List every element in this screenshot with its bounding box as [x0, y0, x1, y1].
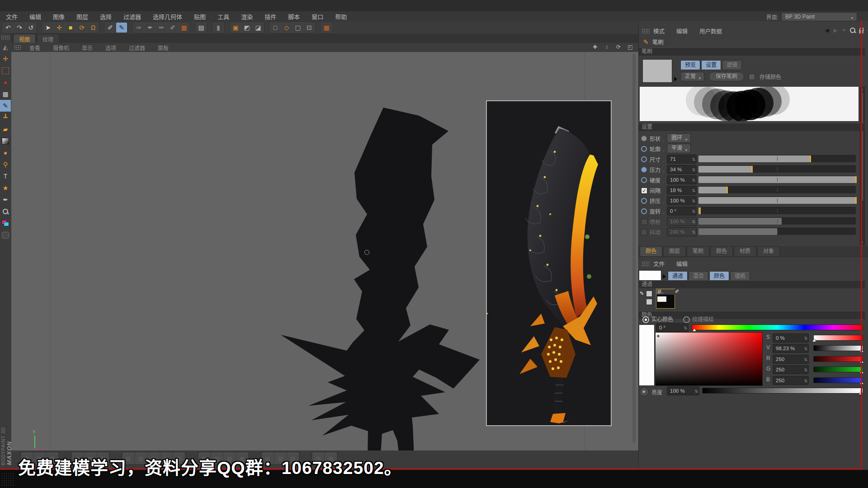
viewport-tab-纹理[interactable]: 纹理: [37, 34, 59, 43]
reference-image-window[interactable]: [486, 100, 612, 426]
preview-tab-设置[interactable]: 设置: [701, 60, 721, 70]
color-slider-V[interactable]: [813, 345, 863, 351]
spinner-icon[interactable]: ⇅: [804, 334, 807, 343]
param-尺寸-value[interactable]: 71⇅: [667, 155, 697, 164]
color-slider-R-value[interactable]: 250⇅: [773, 355, 809, 364]
attribute-menu-grip[interactable]: [642, 28, 650, 34]
spinner-icon[interactable]: ⇅: [692, 218, 695, 226]
color-slider-B-value[interactable]: 250⇅: [773, 376, 809, 385]
fg-bg-colors-icon[interactable]: [0, 217, 11, 229]
palette-grip[interactable]: [1, 35, 10, 40]
color-slider-S[interactable]: [813, 335, 863, 341]
raybrush-icon[interactable]: ▦: [179, 23, 189, 33]
history-forward-icon[interactable]: ▶: [832, 27, 839, 34]
param-间隔-checkbox[interactable]: ✓: [641, 188, 647, 194]
viewport-menu-2[interactable]: 显示: [75, 44, 99, 52]
dock-tab-对象-5[interactable]: 对象: [757, 246, 780, 256]
menu-9[interactable]: 渲染: [235, 12, 259, 21]
attr-menu-2[interactable]: 用户数据: [699, 27, 734, 35]
brightness-value-box[interactable]: 100 %⇅: [667, 386, 699, 395]
layer-button-icon[interactable]: [0, 229, 11, 241]
spinner-icon[interactable]: ⇅: [804, 345, 807, 353]
color-mode-tab-通道[interactable]: 通道: [668, 271, 688, 281]
viewport-menu-0[interactable]: 查看: [23, 44, 47, 52]
gradient-tool-icon[interactable]: [0, 135, 11, 147]
dock-tab-材质-4[interactable]: 材质: [734, 246, 756, 256]
menu-1[interactable]: 编辑: [24, 12, 47, 21]
projection-paint-icon[interactable]: ✑: [133, 23, 144, 33]
slider-thumb[interactable]: [810, 155, 811, 162]
brightness-flyout-button[interactable]: ▶: [640, 387, 649, 396]
select-arrow-icon[interactable]: ➤: [42, 23, 53, 33]
store-color-checkbox[interactable]: [749, 74, 755, 80]
viewport-menu-1[interactable]: 摄像机: [47, 44, 75, 52]
attr-menu-1[interactable]: 编辑: [676, 27, 699, 35]
menu-0[interactable]: 文件: [0, 12, 24, 21]
search-icon[interactable]: [849, 27, 856, 34]
param-喷枪-checkbox[interactable]: [641, 219, 647, 225]
param-尺寸-enable-icon[interactable]: [641, 156, 647, 162]
brush-object-row[interactable]: ✎ 笔刷: [643, 38, 664, 46]
paint-brush-icon[interactable]: ✎: [116, 23, 127, 33]
move-tool-icon[interactable]: ✛: [0, 53, 11, 65]
hue-slider[interactable]: [691, 324, 863, 330]
preview-tab-预览[interactable]: 预览: [680, 60, 700, 70]
spinner-icon[interactable]: ⇅: [692, 228, 695, 236]
viewport-menu-5[interactable]: 面板: [151, 44, 175, 52]
param-抖动-value[interactable]: 240 %⇅: [667, 227, 697, 236]
cube-outline-icon[interactable]: ▢: [292, 23, 303, 33]
viewport-canvas[interactable]: Y Z X: [11, 52, 638, 450]
redo-icon[interactable]: ↷: [14, 23, 25, 33]
cube-vertex-icon[interactable]: ⊡: [304, 23, 315, 33]
sv-gradient-box[interactable]: +: [655, 332, 763, 386]
menu-10[interactable]: 插件: [259, 12, 282, 21]
param-间隔-value[interactable]: 18 %⇅: [667, 186, 697, 195]
pane-divider-left[interactable]: [50, 52, 50, 450]
attr-menu-0[interactable]: 模式: [653, 27, 676, 35]
smudge-tool-icon[interactable]: ⚲: [0, 159, 11, 170]
viewport-menu-3[interactable]: 选项: [99, 44, 123, 52]
star-tool-icon[interactable]: ★: [0, 182, 11, 194]
zoom-brush-icon[interactable]: [0, 206, 11, 217]
param-压力-value[interactable]: 34 %⇅: [667, 165, 697, 174]
param-硬度-enable-icon[interactable]: [641, 177, 647, 183]
menu-2[interactable]: 图像: [47, 12, 71, 21]
param-挤压-enable-icon[interactable]: [641, 198, 647, 204]
param-喷枪-value[interactable]: 100 %⇅: [667, 217, 697, 226]
stamp-tool-icon[interactable]: ┻: [0, 112, 11, 123]
rect-selection-icon[interactable]: [0, 65, 11, 76]
dock-tab-图层-1[interactable]: 图层: [663, 246, 686, 256]
cube-points-icon[interactable]: ◩: [241, 23, 252, 33]
text-tool-icon[interactable]: T: [0, 170, 11, 182]
empty-slot-icon[interactable]: ▮: [213, 23, 224, 33]
rotate-tool-icon[interactable]: ⟳: [76, 23, 87, 33]
menu-12[interactable]: 窗口: [306, 12, 329, 21]
slider-thumb[interactable]: [726, 187, 728, 193]
spinner-icon[interactable]: ⇅: [692, 166, 695, 174]
color-slider-S-value[interactable]: 0 %⇅: [773, 333, 809, 343]
param-挤压-value[interactable]: 100 %⇅: [667, 196, 697, 205]
toggle-view-icon[interactable]: ◰: [627, 43, 634, 51]
spinner-icon[interactable]: ⇅: [692, 155, 695, 164]
pin-icon[interactable]: ✦: [840, 27, 848, 34]
color-slider-B[interactable]: [813, 377, 863, 383]
spinner-icon[interactable]: ⇅: [804, 366, 807, 374]
cube-subdivide-icon[interactable]: ▣: [230, 23, 241, 33]
param-抖动-checkbox[interactable]: [641, 229, 647, 235]
param-形状-dropdown[interactable]: 圆环: [667, 133, 691, 143]
color-mode-tab-混合[interactable]: 混合: [689, 271, 708, 281]
param-抖动-slider[interactable]: [698, 228, 856, 235]
spinner-icon[interactable]: ⇅: [692, 176, 695, 184]
paint-wizard-icon[interactable]: ✐: [105, 23, 116, 33]
paint-brush-icon[interactable]: ✎: [0, 100, 11, 112]
slider-thumb[interactable]: [699, 207, 701, 214]
spinner-icon[interactable]: ⇅: [804, 356, 807, 364]
texture-frame-icon[interactable]: ▩: [0, 88, 11, 100]
menu-4[interactable]: 选择: [94, 12, 118, 21]
color-slider-G-value[interactable]: 250⇅: [773, 365, 809, 374]
rotate-view-icon[interactable]: ⟳: [615, 43, 622, 51]
viewport-menu-4[interactable]: 过滤器: [123, 44, 151, 52]
pan-view-icon[interactable]: ✚: [591, 43, 599, 51]
color-mode-tab-墙纸[interactable]: 墙纸: [730, 271, 750, 281]
magnet-tool-icon[interactable]: Ω: [88, 23, 99, 33]
